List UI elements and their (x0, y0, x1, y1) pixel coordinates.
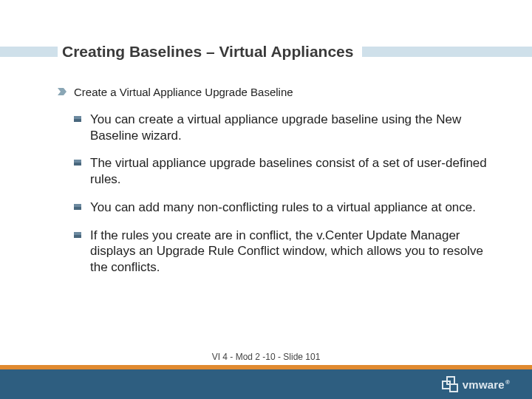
slide: Creating Baselines – Virtual Appliances … (0, 0, 532, 399)
svg-marker-0 (58, 88, 66, 95)
square-bullet-icon (74, 204, 81, 210)
title-row: Creating Baselines – Virtual Appliances (0, 41, 532, 62)
slide-title: Creating Baselines – Virtual Appliances (62, 43, 358, 61)
vmware-logo: vmware® (442, 374, 510, 395)
svg-rect-2 (74, 119, 81, 122)
bullet-list: You can create a virtual appliance upgra… (58, 112, 495, 276)
title-accent-left (0, 47, 58, 57)
square-bullet-icon (74, 116, 81, 122)
bullet-text: You can add many non-conflicting rules t… (90, 200, 476, 216)
list-item: You can add many non-conflicting rules t… (74, 200, 495, 216)
svg-rect-8 (74, 235, 81, 238)
list-item: The virtual appliance upgrade baselines … (74, 155, 495, 188)
bullet-text: The virtual appliance upgrade baselines … (90, 155, 495, 188)
square-bullet-icon (74, 232, 81, 238)
registered-mark: ® (505, 379, 510, 386)
vmware-logo-icon (442, 376, 458, 392)
footer: VI 4 - Mod 2 -10 - Slide 101 vmware® (0, 358, 532, 399)
svg-rect-4 (74, 163, 81, 166)
square-bullet-icon (74, 160, 81, 166)
footer-text: VI 4 - Mod 2 -10 - Slide 101 (0, 352, 532, 365)
arrow-bullet-icon (58, 88, 66, 95)
bullet-text: If the rules you create are in conflict,… (90, 228, 495, 276)
list-item: If the rules you create are in conflict,… (74, 228, 495, 276)
logo-word: vmware (463, 378, 505, 391)
section-heading-row: Create a Virtual Appliance Upgrade Basel… (58, 86, 495, 100)
list-item: You can create a virtual appliance upgra… (74, 112, 495, 144)
bullet-text: You can create a virtual appliance upgra… (90, 112, 495, 144)
footer-bar: vmware® (0, 369, 532, 399)
vmware-logo-text: vmware® (463, 378, 510, 391)
section-heading-text: Create a Virtual Appliance Upgrade Basel… (74, 86, 293, 100)
svg-rect-6 (74, 207, 81, 210)
title-accent-right (362, 47, 532, 57)
slide-body: Create a Virtual Appliance Upgrade Basel… (58, 86, 495, 287)
